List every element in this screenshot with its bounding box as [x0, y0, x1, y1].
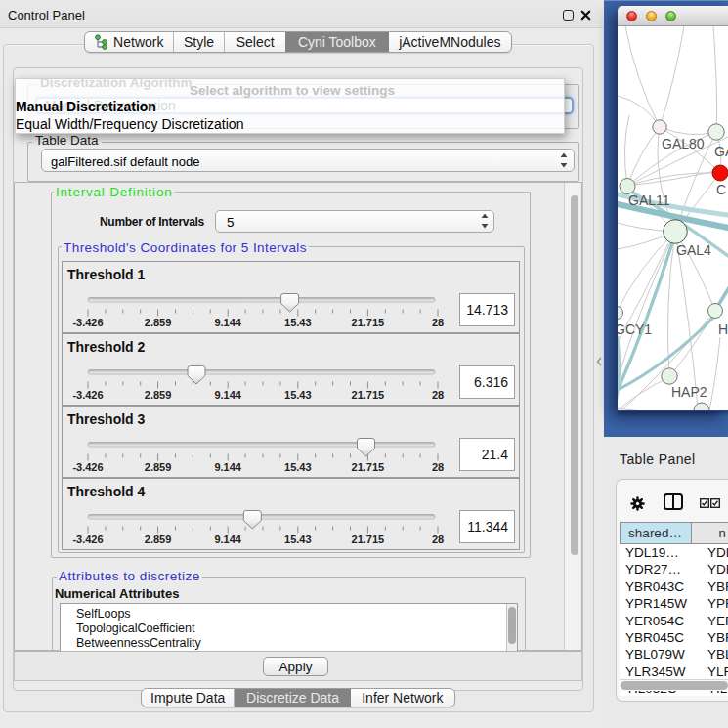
svg-text:-3.426: -3.426 [72, 461, 103, 473]
svg-text:9.144: 9.144 [214, 534, 241, 545]
svg-text:15.43: 15.43 [284, 389, 312, 401]
svg-text:-3.426: -3.426 [72, 317, 103, 328]
svg-text:GAL4: GAL4 [676, 242, 711, 258]
svg-text:15.43: 15.43 [284, 317, 312, 328]
svg-text:2.859: 2.859 [145, 461, 172, 473]
svg-text:2.859: 2.859 [145, 389, 172, 401]
svg-text:GAL80: GAL80 [662, 136, 705, 151]
svg-text:2.859: 2.859 [145, 317, 172, 328]
svg-text:28: 28 [432, 461, 444, 473]
svg-text:GA: GA [714, 144, 728, 159]
svg-text:GAL11: GAL11 [628, 193, 670, 208]
svg-text:9.144: 9.144 [214, 317, 241, 328]
svg-text:15.43: 15.43 [284, 534, 312, 545]
svg-text:9.144: 9.144 [214, 389, 241, 401]
svg-text:GCY1: GCY1 [618, 321, 652, 337]
svg-text:-3.426: -3.426 [72, 534, 103, 545]
svg-text:15.43: 15.43 [284, 461, 312, 473]
svg-text:C: C [716, 182, 726, 197]
svg-text:-3.426: -3.426 [72, 389, 103, 401]
svg-text:21.715: 21.715 [352, 317, 385, 328]
svg-text:21.715: 21.715 [352, 534, 385, 545]
svg-text:2.859: 2.859 [145, 534, 172, 545]
svg-text:H: H [718, 321, 728, 337]
svg-text:HAP2: HAP2 [671, 384, 707, 400]
svg-text:21.715: 21.715 [352, 461, 385, 473]
svg-text:28: 28 [432, 534, 444, 545]
svg-text:9.144: 9.144 [214, 461, 241, 473]
svg-text:21.715: 21.715 [352, 389, 385, 401]
svg-text:28: 28 [432, 389, 444, 401]
svg-text:28: 28 [432, 317, 444, 328]
